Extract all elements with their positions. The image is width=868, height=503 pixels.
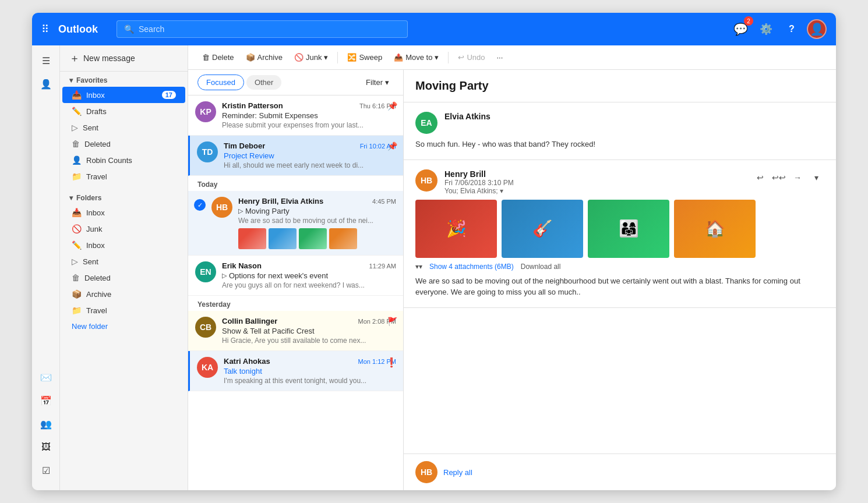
sidebar-item-robin-counts[interactable]: 👤 Robin Counts xyxy=(62,152,185,168)
email-subject: ▷ Moving Party xyxy=(238,207,396,215)
tab-other[interactable]: Other xyxy=(246,75,282,90)
attachments-label[interactable]: Show 4 attachments (6MB) xyxy=(429,263,514,271)
email-item[interactable]: CB Collin Ballinger Mon 2:08 PM Show & T… xyxy=(188,311,403,351)
email-item[interactable]: KA Katri Ahokas Mon 1:12 PM Talk tonight… xyxy=(188,351,403,391)
sent-icon-2: ▷ xyxy=(72,257,78,266)
folder-label: Sent xyxy=(83,257,98,266)
email-time: 4:45 PM xyxy=(372,198,396,205)
important-icon: ❗ xyxy=(386,357,397,368)
help-icon-btn[interactable]: ? xyxy=(781,19,802,40)
sidebar-item-drafts[interactable]: ✏️ Drafts xyxy=(62,103,185,119)
avatar: EA xyxy=(415,112,437,134)
search-bar[interactable]: 🔍 xyxy=(117,20,408,38)
email-subject: Reminder: Submit Expenses xyxy=(222,111,396,120)
email-header-row: Katri Ahokas Mon 1:12 PM xyxy=(224,357,396,366)
email-item[interactable]: KP Kristin Patterson Thu 6:16 PM Reminde… xyxy=(188,95,403,136)
sidebar-folder-archive[interactable]: 📦 Archive xyxy=(62,286,185,302)
message-card: EA Elvia Atkins So much fun. Hey - who w… xyxy=(404,102,836,160)
sidebar-folder-inbox2[interactable]: ✏️ Inbox xyxy=(62,237,185,253)
sweep-button[interactable]: 🔀 Sweep xyxy=(343,50,387,65)
message-images: 🎉 🎸 👨‍👩‍👧 xyxy=(415,200,824,258)
toolbar-separator-1 xyxy=(337,52,338,63)
email-item[interactable]: EN Erik Nason 11:29 AM ▷ Options for nex… xyxy=(188,256,403,296)
forward-button[interactable]: → xyxy=(789,169,806,186)
folder-label: Travel xyxy=(86,172,107,181)
sidebar-icon-photos[interactable]: 🖼 xyxy=(36,437,57,458)
archive-icon: 📦 xyxy=(72,289,82,299)
drafts-icon: ✏️ xyxy=(72,107,82,116)
grid-icon[interactable]: ⠿ xyxy=(41,23,49,36)
favorites-header[interactable]: ▾ Favorites xyxy=(60,72,188,87)
sidebar-icon-menu[interactable]: ☰ xyxy=(36,50,57,71)
folders-header[interactable]: ▾ Folders xyxy=(60,189,188,204)
undo-button[interactable]: ↩ Undo xyxy=(453,50,489,65)
sidebar-item-travel[interactable]: 📁 Travel xyxy=(62,168,185,185)
reply-button[interactable]: ↩ xyxy=(752,169,768,186)
reply-all-button[interactable]: ↩↩ xyxy=(771,169,787,186)
email-preview: We are so sad to be moving out of the ne… xyxy=(238,217,396,225)
sidebar-folder-travel[interactable]: 📁 Travel xyxy=(62,302,185,318)
search-icon: 🔍 xyxy=(124,24,134,34)
email-header-row: Erik Nason 11:29 AM xyxy=(222,261,396,270)
email-preview: Hi all, should we meet early next week t… xyxy=(224,161,396,169)
junk-chevron-icon: ▾ xyxy=(324,53,328,62)
attachment-image-3: 👨‍👩‍👧 xyxy=(588,200,669,258)
junk-button[interactable]: 🚫 Junk ▾ xyxy=(290,50,333,65)
expand-recipients-icon[interactable]: ▾ xyxy=(500,187,503,195)
junk-icon-toolbar: 🚫 xyxy=(294,53,304,62)
tab-focused[interactable]: Focused xyxy=(197,75,244,90)
filter-label: Filter xyxy=(366,78,383,87)
folder-label: Travel xyxy=(86,306,107,315)
email-item[interactable]: ✓ HB Henry Brill, Elvia Atkins 4:45 PM ▷… xyxy=(188,191,403,256)
sidebar-item-inbox-favorites[interactable]: 📥 Inbox 17 xyxy=(62,87,185,103)
sidebar-item-deleted[interactable]: 🗑 Deleted xyxy=(62,136,185,152)
email-preview: Are you guys all on for next weekend? I … xyxy=(222,281,396,289)
email-item[interactable]: TD Tim Deboer Fri 10:02 AM Project Revie… xyxy=(188,136,403,176)
attachment-image-1: 🎉 xyxy=(415,200,497,258)
filter-chevron-icon: ▾ xyxy=(385,78,389,87)
folder-label: Deleted xyxy=(84,274,111,282)
move-to-button[interactable]: 📤 Move to ▾ xyxy=(389,50,443,65)
sidebar-icon-calendar[interactable]: 📅 xyxy=(36,390,57,411)
sidebar-folder-sent[interactable]: ▷ Sent xyxy=(62,253,185,270)
new-folder-button[interactable]: New folder xyxy=(62,318,185,334)
sidebar-folder-junk[interactable]: 🚫 Junk xyxy=(62,221,185,237)
sidebar-icon-mail[interactable]: ✉️ xyxy=(36,367,57,388)
sidebar-item-sent[interactable]: ▷ Sent xyxy=(62,119,185,136)
sidebar-folder-inbox[interactable]: 📥 Inbox xyxy=(62,204,185,221)
folder-label: Archive xyxy=(86,290,111,299)
delete-button[interactable]: 🗑 Delete xyxy=(197,50,239,65)
chevron-down-icon: ▾ xyxy=(69,76,73,84)
message-body: So much fun. Hey - who was that band? Th… xyxy=(415,139,824,150)
sent-icon: ▷ xyxy=(72,123,78,132)
filter-button[interactable]: Filter ▾ xyxy=(361,76,394,89)
message-header: EA Elvia Atkins xyxy=(415,112,824,134)
reading-messages: EA Elvia Atkins So much fun. Hey - who w… xyxy=(404,102,836,454)
sender-info: Henry Brill Fri 7/06/2018 3:10 PM You; E… xyxy=(444,169,745,195)
new-message-button[interactable]: ＋ New message xyxy=(60,45,188,72)
reply-all-button-bottom[interactable]: Reply all xyxy=(443,468,472,477)
toolbar: 🗑 Delete 📦 Archive 🚫 Junk ▾ 🔀 Sweep xyxy=(188,45,836,70)
more-options-button[interactable]: ··· xyxy=(492,50,507,65)
download-all-button[interactable]: Download all xyxy=(521,263,561,271)
drafts-icon-2: ✏️ xyxy=(72,240,82,250)
settings-icon-btn[interactable]: ⚙️ xyxy=(756,19,777,40)
email-list: KP Kristin Patterson Thu 6:16 PM Reminde… xyxy=(188,95,403,490)
user-avatar[interactable]: 👤 xyxy=(807,19,827,39)
email-subject: Show & Tell at Pacific Crest xyxy=(222,327,396,335)
expand-message-button[interactable]: ▾ xyxy=(808,169,824,186)
sidebar-icon-person[interactable]: 👤 xyxy=(36,73,57,94)
folder-label: Drafts xyxy=(86,107,107,116)
move-icon: 📤 xyxy=(394,53,403,62)
person-icon: 👤 xyxy=(72,155,82,165)
archive-button[interactable]: 📦 Archive xyxy=(241,50,287,65)
email-preview: Please submit your expenses from your la… xyxy=(222,121,396,129)
email-header-row: Collin Ballinger Mon 2:08 PM xyxy=(222,317,396,325)
sidebar-folder-deleted[interactable]: 🗑 Deleted xyxy=(62,270,185,286)
sidebar-icon-contacts[interactable]: 👥 xyxy=(36,413,57,434)
skype-icon-btn[interactable]: 💬 2 xyxy=(730,19,751,40)
delete-icon: 🗑 xyxy=(202,53,210,62)
email-sender: Tim Deboer xyxy=(224,141,265,150)
sidebar-icon-tasks[interactable]: ☑ xyxy=(36,460,57,481)
search-input[interactable] xyxy=(139,24,400,34)
